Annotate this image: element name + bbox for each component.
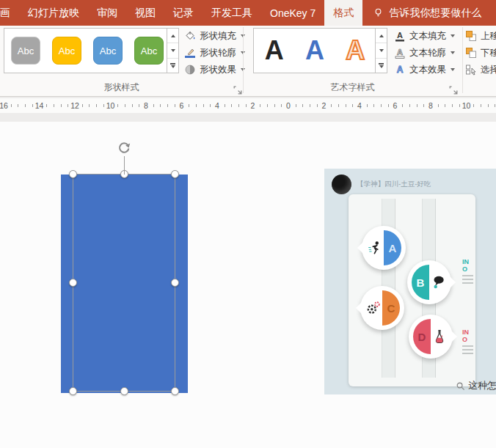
- dropdown-caret-icon: [451, 34, 455, 37]
- gallery-scroll-down-button[interactable]: [376, 43, 387, 58]
- resize-handle-bottom-middle[interactable]: [120, 387, 128, 395]
- ruler-number: 16: [0, 98, 11, 113]
- tab-label: 格式: [333, 7, 354, 20]
- group-separator: [462, 27, 463, 93]
- gears-icon: [365, 300, 382, 316]
- badge-letter: C: [382, 302, 400, 315]
- rotation-handle[interactable]: [116, 140, 132, 156]
- ruler-tick: [346, 104, 346, 107]
- badge-c: C: [360, 286, 404, 330]
- text-outline-icon: A: [394, 47, 406, 59]
- shape-style-yellow[interactable]: Abc: [52, 37, 81, 65]
- ruler-tick: [18, 104, 18, 107]
- ruler-tick: [125, 104, 125, 107]
- shape-gallery-scrollbar: [167, 29, 178, 73]
- resize-handle-bottom-right[interactable]: [171, 387, 179, 395]
- button-label: 形状效果: [200, 64, 236, 76]
- picture[interactable]: 【学神】四川-土豆-好吃 INOINO 这种怎 ABCD: [324, 169, 496, 394]
- rotate-icon: [116, 140, 132, 156]
- ruler-tick: [331, 104, 332, 107]
- wordart-styles-dialog-launcher[interactable]: [449, 84, 458, 93]
- ruler-tick: [481, 104, 481, 107]
- ruler-tick: [153, 104, 154, 107]
- resize-handle-middle-right[interactable]: [171, 279, 179, 287]
- wordart-style-blue[interactable]: A: [305, 37, 324, 64]
- resize-handle-top-right[interactable]: [171, 170, 179, 178]
- shape-outline-button[interactable]: 形状轮廓: [184, 45, 245, 60]
- dropdown-caret-icon: [451, 68, 455, 71]
- tab-record[interactable]: 记录: [164, 0, 203, 26]
- shape-style-gray[interactable]: Abc: [11, 37, 40, 65]
- ruler-zone: 1614121086420246810: [0, 97, 496, 122]
- send-backward-button[interactable]: 下移: [465, 45, 496, 60]
- ruler-tick: [96, 104, 97, 107]
- triangle-down-icon: [379, 49, 384, 52]
- gallery-scroll-up-button[interactable]: [167, 29, 178, 43]
- tell-me-box[interactable]: 告诉我你想要做什么: [362, 0, 492, 26]
- resize-handle-middle-left[interactable]: [69, 279, 77, 287]
- tab-format[interactable]: 格式: [324, 0, 362, 26]
- selection-pane-button[interactable]: 选择: [465, 62, 496, 77]
- send-backward-icon: [465, 47, 477, 59]
- badge-inner: A: [366, 230, 401, 265]
- wordart-style-orange[interactable]: A: [346, 37, 365, 64]
- triangle-up-icon: [379, 34, 384, 37]
- dialog-launcher-icon: [233, 86, 242, 95]
- resize-handle-top-left[interactable]: [69, 170, 77, 178]
- resize-handle-bottom-left[interactable]: [69, 387, 77, 395]
- tab-view[interactable]: 视图: [126, 0, 164, 26]
- shape-style-blue[interactable]: Abc: [93, 37, 123, 65]
- shape-styles-group-label: 形状样式: [0, 81, 243, 94]
- gallery-more-button[interactable]: [376, 59, 387, 73]
- button-label: 上移: [481, 30, 496, 43]
- gallery-scroll-up-button[interactable]: [376, 29, 387, 43]
- ruler-tick: [302, 104, 303, 107]
- ruler-tick: [381, 104, 382, 107]
- ruler-tick: [54, 104, 54, 107]
- tab-label: 审阅: [97, 7, 117, 20]
- gallery-more-button[interactable]: [167, 59, 178, 73]
- tab-slideshow[interactable]: 幻灯片放映: [19, 0, 88, 26]
- bring-forward-button[interactable]: 上移: [465, 29, 496, 43]
- slide-canvas[interactable]: 【学神】四川-土豆-好吃 INOINO 这种怎 ABCD: [0, 122, 496, 448]
- shape-style-swatches: AbcAbcAbcAbc: [11, 37, 164, 65]
- tab-onekey[interactable]: OneKey 7: [261, 0, 324, 26]
- text-fill-button[interactable]: A文本填充: [394, 29, 455, 43]
- more-bar-icon: [379, 63, 384, 65]
- badge-letter: B: [412, 276, 429, 289]
- ruler-tick: [402, 104, 403, 107]
- tab-developer[interactable]: 开发工具: [203, 0, 261, 26]
- rotation-handle-connector: [124, 156, 125, 175]
- swatch-label: Abc: [18, 45, 34, 56]
- shape-style-green[interactable]: Abc: [134, 37, 164, 65]
- picture-chat-title: 【学神】四川-土豆-好吃: [357, 180, 431, 189]
- text-effects-button[interactable]: A文本效果: [394, 62, 455, 77]
- ruler-tick: [260, 104, 260, 107]
- triangle-down-icon: [379, 65, 384, 68]
- badge-inner: B: [412, 265, 447, 300]
- ruler-tick: [25, 104, 26, 107]
- avatar: [332, 175, 351, 194]
- gallery-scroll-down-button[interactable]: [167, 43, 178, 58]
- ruler-tick: [373, 104, 374, 107]
- ruler-number: 6: [175, 98, 189, 113]
- info-label-line: IN: [462, 258, 480, 265]
- ruler-tick: [160, 104, 161, 107]
- tab-animation[interactable]: 动画: [0, 0, 19, 26]
- shape-styles-dialog-launcher[interactable]: [233, 84, 242, 93]
- horizontal-ruler: 1614121086420246810: [0, 98, 496, 113]
- badge-letter: A: [384, 242, 401, 254]
- wordart-style-black[interactable]: A: [265, 37, 284, 64]
- tab-review[interactable]: 审阅: [88, 0, 126, 26]
- shape-effects-button[interactable]: 形状效果: [184, 62, 245, 77]
- ruler-number: 14: [32, 98, 47, 113]
- more-bar-icon: [170, 63, 175, 65]
- ruler-tick: [238, 104, 239, 107]
- flask-icon: [431, 328, 448, 345]
- text-outline-button[interactable]: A文本轮廓: [394, 45, 455, 60]
- ruler-number: 4: [352, 98, 367, 113]
- ruler-tick: [225, 104, 225, 107]
- shape-fill-button[interactable]: 形状填充: [184, 29, 245, 43]
- bring-forward-icon: [465, 30, 477, 42]
- ruler-tick: [117, 104, 118, 107]
